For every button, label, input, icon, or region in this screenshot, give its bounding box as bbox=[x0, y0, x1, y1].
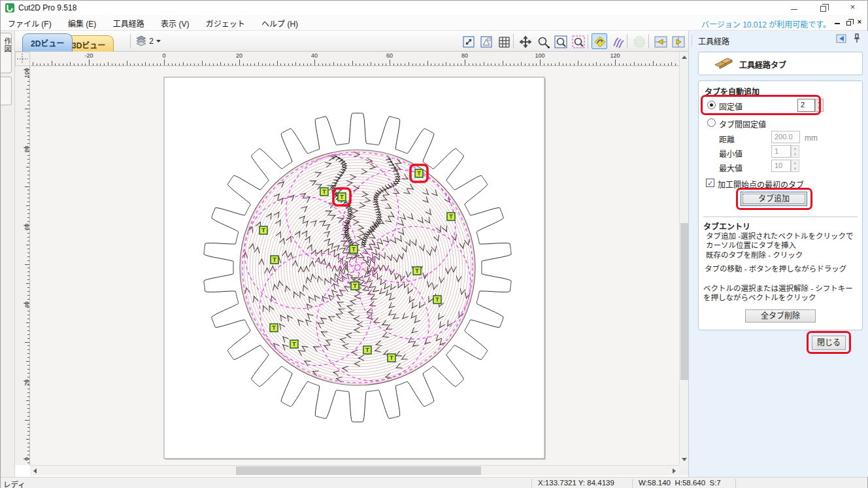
help-move-tab: タブの移動 - ボタンを押しながらドラッグ bbox=[705, 264, 854, 273]
ruler-label: -20 bbox=[84, 52, 93, 59]
tab-marker[interactable]: T bbox=[320, 188, 328, 196]
ruler-origin-box bbox=[15, 52, 30, 66]
layout-right-icon[interactable] bbox=[670, 33, 686, 49]
radio-fixed-spacing[interactable] bbox=[707, 118, 716, 127]
menu-edit[interactable]: 編集 (E) bbox=[61, 15, 103, 31]
tab-marker[interactable]: T bbox=[271, 256, 278, 264]
tab-marker[interactable]: T bbox=[290, 340, 298, 348]
tab-marker[interactable]: T bbox=[363, 346, 371, 354]
distance-input: 200.0 bbox=[771, 131, 800, 143]
tab-marker[interactable]: T bbox=[415, 169, 423, 177]
mdi-restore-button[interactable] bbox=[843, 17, 854, 27]
svg-text:T: T bbox=[261, 227, 265, 234]
delete-all-tabs-button[interactable]: 全タブ削除 bbox=[745, 309, 816, 322]
panel-title: 工具経路 bbox=[698, 35, 729, 46]
toggle-toolpath-icon[interactable] bbox=[592, 33, 607, 49]
title-bar: Cut2D Pro 9.518 × bbox=[1, 1, 867, 15]
pan-icon[interactable] bbox=[517, 33, 533, 49]
layout-left-icon[interactable] bbox=[652, 33, 668, 49]
svg-text:T: T bbox=[417, 170, 421, 177]
close-button[interactable]: × bbox=[838, 1, 867, 15]
tab-drawing-flyout[interactable]: 作図 bbox=[1, 33, 12, 73]
mdi-close-button[interactable]: × bbox=[854, 17, 865, 27]
tab-marker[interactable]: T bbox=[447, 213, 455, 220]
horizontal-scroll-thumb[interactable] bbox=[236, 466, 481, 475]
version-update-link[interactable]: バージョン 10.012 が利用可能です。 bbox=[701, 18, 831, 29]
fit-view-icon[interactable] bbox=[460, 33, 476, 49]
ruler-label: 60 bbox=[24, 224, 30, 230]
min-label: 最小値 bbox=[719, 148, 743, 159]
ruler-label: 100 bbox=[535, 52, 544, 59]
tab-2d-view[interactable]: 2Dビュー bbox=[22, 33, 73, 52]
status-bar: レディ X:133.7321 Y: 84.4139 W:58.140 H:58.… bbox=[1, 477, 867, 488]
vertical-scrollbar[interactable] bbox=[679, 52, 688, 465]
selection-dimensions: W:58.140 H:58.640 S:7 bbox=[639, 479, 721, 487]
layer-selector[interactable]: 2 bbox=[135, 35, 161, 48]
application-window: Cut2D Pro 9.518 × ファイル (F) 編集 (E) 工具経路 表… bbox=[0, 0, 868, 488]
cursor-coordinates: X:133.7321 Y: 84.4139 bbox=[538, 479, 614, 487]
svg-text:T: T bbox=[292, 341, 296, 347]
max-label: 最大値 bbox=[719, 162, 743, 173]
tab-marker[interactable]: T bbox=[351, 282, 359, 290]
zoom-selection-icon[interactable] bbox=[570, 33, 586, 49]
ruler-label: 60 bbox=[386, 52, 393, 59]
grid-icon[interactable] bbox=[495, 33, 511, 49]
max-spinner: ▲▼ bbox=[791, 160, 799, 172]
panel-grip[interactable] bbox=[691, 35, 693, 46]
panel-pin-icon[interactable] bbox=[853, 33, 861, 45]
tab-marker[interactable]: T bbox=[413, 267, 421, 275]
ruler-label: 0 bbox=[162, 52, 165, 59]
svg-text:T: T bbox=[272, 324, 276, 331]
tab-flyout-2[interactable] bbox=[1, 77, 12, 105]
vertical-scroll-thumb[interactable] bbox=[680, 223, 688, 380]
tab-drawing-label: 作図 bbox=[2, 37, 12, 53]
toolpath-drawing-icon[interactable] bbox=[609, 33, 625, 49]
maximize-button[interactable] bbox=[809, 1, 838, 15]
tab-marker[interactable]: T bbox=[388, 354, 395, 362]
design-canvas-2d[interactable]: TTTTTTTTTTTTTT bbox=[30, 66, 679, 465]
zoom-icon[interactable] bbox=[535, 33, 550, 49]
max-input: 10 bbox=[771, 160, 791, 172]
ruler-label: 80 bbox=[461, 52, 468, 59]
svg-text:T: T bbox=[449, 213, 453, 220]
toolpath-tabs-icon bbox=[713, 56, 734, 74]
menu-bar: ファイル (F) 編集 (E) 工具経路 表示 (V) ガジェット ヘルプ (H… bbox=[1, 15, 867, 31]
svg-text:T: T bbox=[390, 355, 393, 361]
help-select-vector: ベクトルの選択または選択解除 - シフトキーを押しながらベクトルをクリック bbox=[703, 284, 854, 302]
scroll-up-icon[interactable] bbox=[682, 56, 687, 59]
minimize-button[interactable] bbox=[779, 1, 809, 15]
toolpath-panel: 工具経路 工具経路タブ タブを自動追加 固定値 2 ▲▼ bbox=[688, 31, 868, 477]
radio-fixed-spacing-label: タブ間固定値 bbox=[719, 118, 766, 130]
help-add-tab: タブ追加 -選択されたベクトルをクリックでカーソル位置にタブを挿入 bbox=[706, 232, 854, 250]
min-input: 1 bbox=[771, 145, 791, 158]
horizontal-scrollbar[interactable] bbox=[30, 465, 679, 476]
panel-dock-icon[interactable] bbox=[836, 34, 846, 45]
menu-help[interactable]: ヘルプ (H) bbox=[254, 15, 305, 31]
toolbar: 2Dビュー 3Dビュー 2 bbox=[15, 31, 688, 52]
first-tab-checkbox[interactable]: ✓ bbox=[706, 179, 714, 187]
menu-view[interactable]: 表示 (V) bbox=[154, 15, 196, 31]
tab-marker[interactable]: T bbox=[338, 193, 346, 201]
tab-marker[interactable]: T bbox=[433, 296, 441, 304]
annotation-close bbox=[807, 331, 851, 354]
menu-file[interactable]: ファイル (F) bbox=[1, 15, 59, 31]
scroll-left-icon[interactable] bbox=[33, 468, 37, 474]
tab-marker[interactable]: T bbox=[350, 245, 358, 253]
svg-text:T: T bbox=[435, 296, 439, 303]
svg-text:T: T bbox=[273, 256, 276, 263]
fit-drawing-icon[interactable] bbox=[478, 33, 493, 49]
app-logo-icon bbox=[5, 3, 14, 14]
ruler-label: 120 bbox=[610, 52, 620, 59]
tab-marker[interactable]: T bbox=[259, 226, 267, 234]
menu-gadget[interactable]: ガジェット bbox=[199, 15, 252, 31]
tab-marker[interactable]: T bbox=[270, 324, 278, 332]
layer-count: 2 bbox=[149, 37, 154, 46]
scroll-down-icon[interactable] bbox=[682, 458, 687, 461]
scroll-right-icon[interactable] bbox=[673, 468, 676, 474]
solid-preview-icon bbox=[631, 33, 646, 49]
menu-toolpath[interactable]: 工具経路 bbox=[106, 15, 152, 31]
mdi-minimize-button[interactable] bbox=[832, 17, 843, 27]
zoom-box-icon[interactable] bbox=[552, 33, 568, 49]
help-delete-tab: 既存のタブを削除 - クリック bbox=[706, 251, 854, 260]
svg-text:T: T bbox=[353, 283, 357, 289]
